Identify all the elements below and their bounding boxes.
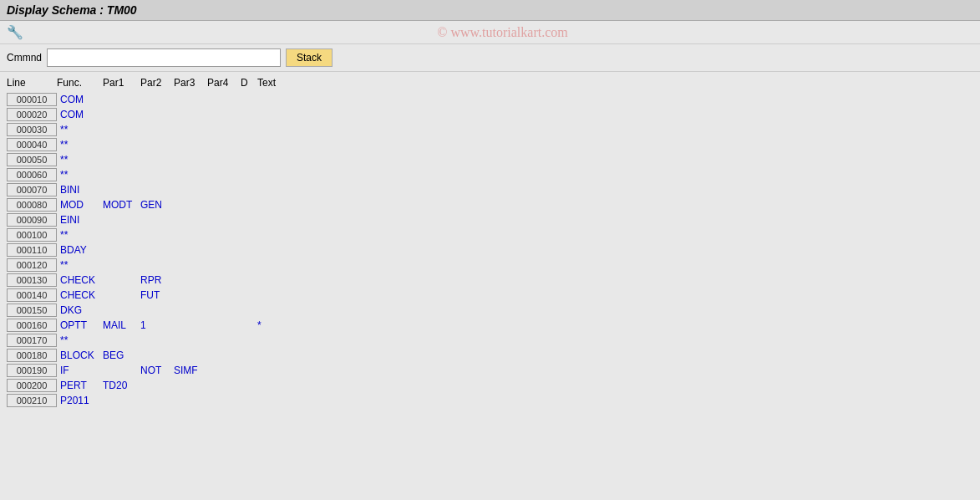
func-value: PERT [57,380,103,391]
par1-value: MAIL [103,319,140,331]
func-value: ** [57,229,103,241]
line-number: 000140 [7,288,57,302]
line-number: 000060 [7,168,57,181]
line-number: 000160 [7,319,57,332]
line-number: 000200 [7,379,57,392]
line-number: 000030 [7,123,57,136]
line-number: 000180 [7,349,57,362]
line-number: 000090 [7,213,57,227]
table-row: 000210 P2011 [7,393,973,408]
table-row: 000150 DKG [7,303,973,318]
func-value: ** [57,139,103,151]
line-number: 000120 [7,258,57,272]
table-row: 000040 ** [7,137,973,152]
par3-value: SIMF [174,365,207,376]
table-row: 000180 BLOCK BEG [7,348,973,363]
header-func: Func. [57,77,103,89]
title-bar: Display Schema : TM00 [0,0,980,21]
header-line: Line [7,77,57,89]
func-value: DKG [57,304,103,316]
header-par1: Par1 [103,77,140,89]
command-label: Cmmnd [7,52,42,64]
table-row: 000070 BINI [7,182,973,197]
data-rows-container: 000010 COM 000020 COM 000030 ** [7,92,973,408]
func-value: IF [57,365,103,376]
watermark: © www.tutorialkart.com [32,25,973,40]
func-value: OPTT [57,319,103,331]
func-value: ** [57,154,103,166]
line-number: 000010 [7,93,57,106]
line-number: 000050 [7,153,57,166]
func-value: BLOCK [57,349,103,361]
func-value: ** [57,124,103,135]
line-number: 000100 [7,228,57,242]
toolbar: 🔧 © www.tutorialkart.com [0,21,980,44]
header-par4: Par4 [207,77,241,89]
table-row: 000130 CHECK RPR [7,273,973,288]
header-text: Text [257,77,424,89]
table-row: 000060 ** [7,167,973,182]
stack-button[interactable]: Stack [286,48,333,67]
line-number: 000110 [7,243,57,257]
table-row: 000170 ** [7,333,973,348]
line-number: 000150 [7,304,57,317]
header-par2: Par2 [140,77,174,89]
command-bar: Cmmnd Stack [0,44,980,72]
table-row: 000080 MOD MODT GEN [7,197,973,212]
line-number: 000130 [7,273,57,287]
table-row: 000010 COM [7,92,973,107]
header-d: D [241,77,257,89]
line-number: 000080 [7,198,57,212]
par1-value: MODT [103,199,140,211]
line-number: 000070 [7,183,57,196]
func-value: CHECK [57,289,103,301]
table-row: 000140 CHECK FUT [7,288,973,303]
table-row: 000020 COM [7,107,973,122]
line-number: 000040 [7,138,57,151]
par1-value: TD20 [103,380,140,391]
header-par3: Par3 [174,77,207,89]
table-row: 000200 PERT TD20 [7,378,973,393]
func-value: CHECK [57,274,103,286]
column-headers: Line Func. Par1 Par2 Par3 Par4 D Text [7,75,973,90]
par2-value: FUT [140,289,174,301]
par2-value: GEN [140,199,174,211]
par2-value: NOT [140,365,174,376]
par2-value: 1 [140,319,174,331]
table-row: 000160 OPTT MAIL 1 * [7,318,973,333]
func-value: ** [57,169,103,181]
table-row: 000190 IF NOT SIMF [7,363,973,378]
func-value: ** [57,259,103,271]
line-number: 000190 [7,364,57,377]
settings-icon: 🔧 [7,24,23,40]
func-value: MOD [57,199,103,211]
par2-value: RPR [140,274,174,286]
func-value: BINI [57,184,103,196]
table-row: 000100 ** [7,227,973,242]
table-row: 000090 EINI [7,212,973,227]
table-row: 000050 ** [7,152,973,167]
func-value: P2011 [57,395,103,406]
line-number: 000210 [7,394,57,407]
func-value: ** [57,334,103,346]
par1-value: BEG [103,349,140,361]
line-number: 000020 [7,108,57,121]
text-value: * [257,319,424,331]
command-input[interactable] [47,48,281,67]
line-number: 000170 [7,334,57,347]
table-row: 000110 BDAY [7,242,973,258]
func-value: COM [57,94,103,105]
func-value: COM [57,109,103,120]
func-value: BDAY [57,244,103,256]
table-row: 000120 ** [7,258,973,273]
main-content: Line Func. Par1 Par2 Par3 Par4 D Text 00… [0,72,980,500]
func-value: EINI [57,214,103,226]
page-title: Display Schema : TM00 [7,3,137,17]
table-row: 000030 ** [7,122,973,137]
